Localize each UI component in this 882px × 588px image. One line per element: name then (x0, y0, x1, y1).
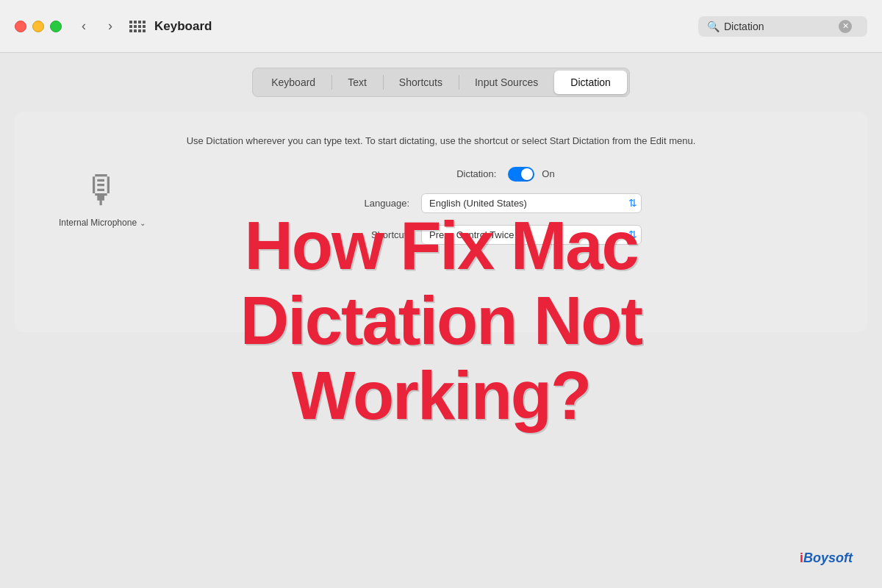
language-select[interactable]: English (United States) (421, 193, 642, 213)
language-select-wrapper: English (United States) ⇅ (421, 193, 642, 213)
mic-chevron-icon: ⌄ (140, 219, 146, 227)
tab-input-sources[interactable]: Input Sources (459, 71, 554, 94)
mic-name: Internal Microphone (59, 218, 137, 228)
settings-panel: Use Dictation wherever you can type text… (15, 112, 867, 332)
dictation-toggle[interactable] (508, 167, 534, 182)
dictation-label: Dictation: (401, 168, 496, 179)
dictation-status: On (542, 168, 554, 179)
mic-label[interactable]: Internal Microphone ⌄ (59, 218, 146, 228)
titlebar: ‹ › Keyboard 🔍 ✕ (0, 0, 882, 53)
language-row: Language: English (United States) ⇅ (125, 193, 831, 213)
toggle-container: On (508, 167, 554, 182)
search-icon: 🔍 (707, 21, 720, 32)
main-content: Keyboard Text Shortcuts Input Sources Di… (0, 53, 882, 588)
back-button[interactable]: ‹ (74, 16, 94, 37)
dictation-row: Dictation: On (125, 167, 831, 182)
tabs-container: Keyboard Text Shortcuts Input Sources Di… (15, 68, 867, 97)
shortcut-row: Shortcut: Press Control Twice ⇅ (125, 225, 831, 245)
toggle-knob (521, 168, 533, 180)
shortcut-label: Shortcut: (314, 229, 409, 240)
shortcut-select[interactable]: Press Control Twice (421, 225, 642, 245)
window-title: Keyboard (154, 19, 212, 34)
minimize-button[interactable] (32, 21, 44, 32)
branding-suffix: Boysoft (803, 551, 853, 565)
search-clear-button[interactable]: ✕ (839, 20, 852, 33)
tab-keyboard[interactable]: Keyboard (255, 71, 331, 94)
forward-button[interactable]: › (100, 16, 121, 37)
app-grid-icon[interactable] (129, 21, 146, 32)
nav-arrows: ‹ › (74, 16, 121, 37)
mic-section: 🎙 Internal Microphone ⌄ (59, 171, 146, 228)
tab-shortcuts[interactable]: Shortcuts (383, 71, 459, 94)
close-button[interactable] (15, 21, 26, 32)
shortcut-select-wrapper: Press Control Twice ⇅ (421, 225, 642, 245)
tab-text[interactable]: Text (331, 71, 383, 94)
settings-description: Use Dictation wherever you can type text… (51, 134, 831, 148)
search-bar[interactable]: 🔍 ✕ (698, 16, 867, 37)
branding: iBoysoft (800, 551, 853, 566)
microphone-icon: 🎙 (83, 171, 121, 209)
overlay-line3: Working? (292, 362, 591, 429)
search-input[interactable] (724, 21, 834, 32)
traffic-lights (15, 21, 62, 32)
language-label: Language: (314, 198, 409, 209)
fullscreen-button[interactable] (50, 21, 62, 32)
tabs: Keyboard Text Shortcuts Input Sources Di… (252, 68, 630, 97)
tab-dictation[interactable]: Dictation (554, 71, 626, 94)
